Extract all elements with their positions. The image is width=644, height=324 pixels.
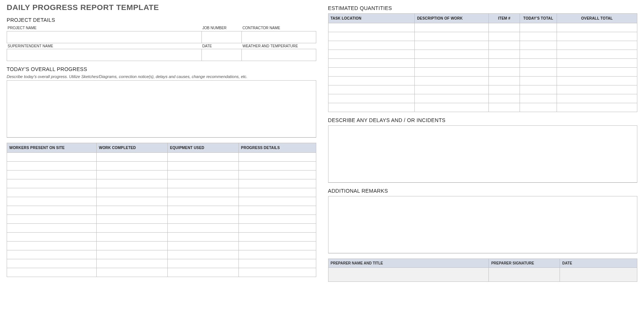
quantities-cell[interactable] <box>415 94 489 103</box>
work-cell[interactable] <box>238 179 316 188</box>
work-cell[interactable] <box>97 250 168 259</box>
work-cell[interactable] <box>238 232 316 241</box>
field-superintendent-name[interactable] <box>7 49 202 61</box>
quantities-cell[interactable] <box>328 59 415 68</box>
quantities-cell[interactable] <box>328 85 415 94</box>
quantities-cell[interactable] <box>489 94 520 103</box>
quantities-cell[interactable] <box>328 41 415 50</box>
quantities-cell[interactable] <box>415 41 489 50</box>
work-cell[interactable] <box>7 161 97 170</box>
quantities-cell[interactable] <box>557 59 637 68</box>
quantities-cell[interactable] <box>328 77 415 85</box>
quantities-cell[interactable] <box>557 41 637 50</box>
quantities-cell[interactable] <box>520 68 557 77</box>
quantities-cell[interactable] <box>520 103 557 112</box>
field-weather[interactable] <box>242 49 316 61</box>
work-cell[interactable] <box>97 152 168 161</box>
work-cell[interactable] <box>7 259 97 268</box>
quantities-cell[interactable] <box>557 85 637 94</box>
quantities-cell[interactable] <box>328 68 415 77</box>
field-date[interactable] <box>201 49 241 61</box>
work-cell[interactable] <box>238 206 316 215</box>
work-cell[interactable] <box>97 197 168 206</box>
quantities-cell[interactable] <box>557 50 637 59</box>
work-cell[interactable] <box>7 170 97 179</box>
work-cell[interactable] <box>238 241 316 250</box>
work-cell[interactable] <box>238 250 316 259</box>
work-cell[interactable] <box>7 223 97 232</box>
work-cell[interactable] <box>238 152 316 161</box>
work-cell[interactable] <box>238 223 316 232</box>
work-cell[interactable] <box>167 223 238 232</box>
quantities-cell[interactable] <box>489 50 520 59</box>
work-cell[interactable] <box>238 170 316 179</box>
quantities-cell[interactable] <box>557 103 637 112</box>
quantities-cell[interactable] <box>328 50 415 59</box>
work-cell[interactable] <box>167 268 238 277</box>
quantities-cell[interactable] <box>415 103 489 112</box>
work-cell[interactable] <box>238 268 316 277</box>
work-cell[interactable] <box>238 197 316 206</box>
delays-textbox[interactable] <box>328 125 638 183</box>
work-cell[interactable] <box>167 188 238 197</box>
quantities-cell[interactable] <box>415 50 489 59</box>
work-cell[interactable] <box>167 215 238 223</box>
quantities-cell[interactable] <box>328 32 415 41</box>
work-cell[interactable] <box>97 259 168 268</box>
quantities-cell[interactable] <box>328 94 415 103</box>
work-cell[interactable] <box>167 206 238 215</box>
work-cell[interactable] <box>167 152 238 161</box>
work-cell[interactable] <box>97 170 168 179</box>
work-cell[interactable] <box>97 188 168 197</box>
sig-field-name[interactable] <box>328 268 489 282</box>
work-cell[interactable] <box>167 259 238 268</box>
work-cell[interactable] <box>167 170 238 179</box>
work-cell[interactable] <box>238 161 316 170</box>
work-cell[interactable] <box>7 152 97 161</box>
work-cell[interactable] <box>7 250 97 259</box>
field-project-name[interactable] <box>7 31 202 43</box>
quantities-cell[interactable] <box>520 50 557 59</box>
quantities-cell[interactable] <box>557 23 637 32</box>
field-contractor-name[interactable] <box>242 31 316 43</box>
work-cell[interactable] <box>167 197 238 206</box>
work-cell[interactable] <box>7 206 97 215</box>
work-cell[interactable] <box>7 241 97 250</box>
work-cell[interactable] <box>7 232 97 241</box>
quantities-cell[interactable] <box>520 32 557 41</box>
work-cell[interactable] <box>7 197 97 206</box>
quantities-cell[interactable] <box>489 59 520 68</box>
field-job-number[interactable] <box>201 31 241 43</box>
overall-progress-textbox[interactable] <box>7 80 316 138</box>
quantities-cell[interactable] <box>415 85 489 94</box>
work-cell[interactable] <box>167 250 238 259</box>
work-cell[interactable] <box>97 206 168 215</box>
quantities-cell[interactable] <box>489 68 520 77</box>
quantities-cell[interactable] <box>520 94 557 103</box>
sig-field-signature[interactable] <box>489 268 560 282</box>
quantities-cell[interactable] <box>489 103 520 112</box>
quantities-cell[interactable] <box>489 32 520 41</box>
work-cell[interactable] <box>97 241 168 250</box>
quantities-cell[interactable] <box>520 85 557 94</box>
quantities-cell[interactable] <box>328 23 415 32</box>
quantities-cell[interactable] <box>489 41 520 50</box>
work-cell[interactable] <box>97 268 168 277</box>
work-cell[interactable] <box>7 215 97 223</box>
quantities-cell[interactable] <box>520 23 557 32</box>
quantities-cell[interactable] <box>489 77 520 85</box>
quantities-cell[interactable] <box>415 59 489 68</box>
quantities-cell[interactable] <box>520 41 557 50</box>
work-cell[interactable] <box>7 268 97 277</box>
work-cell[interactable] <box>167 179 238 188</box>
work-cell[interactable] <box>238 259 316 268</box>
work-cell[interactable] <box>97 215 168 223</box>
quantities-cell[interactable] <box>415 23 489 32</box>
work-cell[interactable] <box>238 188 316 197</box>
quantities-cell[interactable] <box>415 32 489 41</box>
quantities-cell[interactable] <box>520 77 557 85</box>
quantities-cell[interactable] <box>557 77 637 85</box>
work-cell[interactable] <box>7 179 97 188</box>
work-cell[interactable] <box>97 232 168 241</box>
work-cell[interactable] <box>167 241 238 250</box>
